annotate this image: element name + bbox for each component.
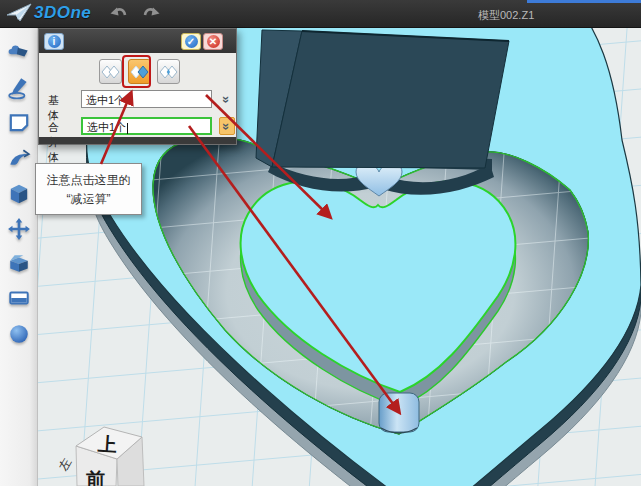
paper-plane-icon: [6, 3, 32, 23]
annotation-line2: “减运算”: [36, 190, 141, 209]
cancel-button[interactable]: ✕: [203, 33, 223, 50]
sketch-edit-icon[interactable]: [7, 147, 31, 171]
info-icon: i: [48, 35, 61, 48]
document-title: 模型002.Z1: [478, 8, 534, 23]
add-operation-icon: [101, 65, 120, 79]
base-body-field[interactable]: 选中1个: [81, 90, 212, 108]
view-cube-top-label: 上: [96, 433, 117, 455]
double-chevron-icon: »: [219, 95, 234, 102]
text-caret: [127, 123, 128, 134]
merge-body-field[interactable]: 选中1个: [81, 117, 212, 135]
bottom-connector[interactable]: [379, 393, 419, 433]
intersect-operation-icon: [159, 65, 178, 79]
model-library-icon[interactable]: [7, 39, 31, 63]
app-window: 左 上 前 3DOne 模型002.Z1: [0, 0, 641, 486]
tool-sidebar: [0, 28, 38, 486]
title-bar: 3DOne 模型002.Z1: [0, 0, 641, 28]
dialog-bottom-bar: [39, 137, 236, 144]
merge-body-expand-button[interactable]: »: [219, 117, 235, 135]
merge-body-value: 选中1个: [87, 121, 126, 133]
active-tab-indicator: [527, 0, 641, 3]
sketch-pen-icon[interactable]: [7, 76, 31, 100]
view-cube-front-label: 前: [86, 469, 105, 486]
base-body-value: 选中1个: [86, 94, 125, 106]
material-icon[interactable]: [7, 286, 31, 310]
annotation-line1: 注意点击这里的: [36, 171, 141, 190]
move-transform-icon[interactable]: [7, 217, 31, 241]
redo-icon[interactable]: [140, 5, 162, 23]
info-button[interactable]: i: [44, 33, 64, 50]
double-chevron-icon: »: [219, 122, 234, 129]
combine-shape-icon[interactable]: [7, 251, 31, 275]
intersect-operation-button[interactable]: [157, 59, 180, 84]
app-logo: 3DOne: [6, 3, 91, 23]
subtract-highlight-box: [122, 55, 151, 88]
solid-feature-icon[interactable]: [7, 182, 31, 206]
base-body-label: 基体: [48, 93, 59, 123]
app-logo-text: 3DOne: [34, 3, 91, 23]
render-sphere-icon[interactable]: [7, 322, 31, 346]
check-icon: ✓: [185, 35, 198, 48]
undo-icon[interactable]: [108, 5, 130, 23]
add-operation-button[interactable]: [99, 59, 122, 84]
base-body-expand-button[interactable]: »: [219, 90, 235, 108]
confirm-button[interactable]: ✓: [181, 33, 201, 50]
dark-box-body[interactable]: [256, 30, 509, 168]
sketch-plane-icon[interactable]: [7, 111, 31, 135]
annotation-tooltip: 注意点击这里的 “减运算”: [35, 163, 142, 215]
close-icon: ✕: [207, 35, 220, 48]
